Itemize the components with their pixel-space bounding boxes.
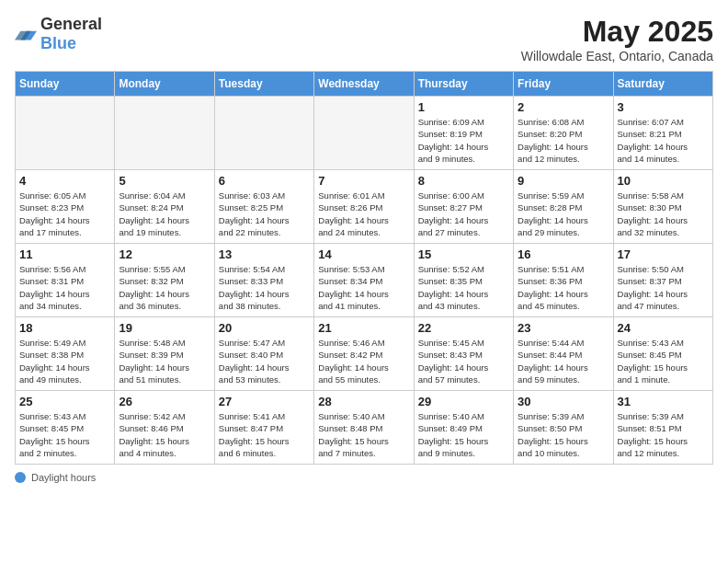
day-number: 4 bbox=[19, 174, 110, 188]
table-row: 23Sunrise: 5:44 AM Sunset: 8:44 PM Dayli… bbox=[514, 317, 613, 391]
table-row bbox=[314, 97, 414, 170]
table-row: 1Sunrise: 6:09 AM Sunset: 8:19 PM Daylig… bbox=[414, 97, 513, 170]
table-row: 28Sunrise: 5:40 AM Sunset: 8:48 PM Dayli… bbox=[314, 391, 414, 465]
page-header: General Blue May 2025 Willowdale East, O… bbox=[15, 15, 713, 63]
day-number: 14 bbox=[318, 247, 409, 261]
day-info: Sunrise: 5:40 AM Sunset: 8:48 PM Dayligh… bbox=[318, 410, 409, 459]
header-saturday: Saturday bbox=[613, 72, 712, 97]
day-number: 7 bbox=[318, 174, 409, 188]
day-info: Sunrise: 5:42 AM Sunset: 8:46 PM Dayligh… bbox=[119, 410, 210, 459]
logo-text: General Blue bbox=[40, 15, 102, 53]
day-info: Sunrise: 6:01 AM Sunset: 8:26 PM Dayligh… bbox=[318, 190, 409, 238]
day-info: Sunrise: 6:00 AM Sunset: 8:27 PM Dayligh… bbox=[418, 190, 509, 238]
day-info: Sunrise: 6:03 AM Sunset: 8:25 PM Dayligh… bbox=[219, 190, 310, 238]
day-info: Sunrise: 6:08 AM Sunset: 8:20 PM Dayligh… bbox=[518, 116, 609, 165]
table-row: 2Sunrise: 6:08 AM Sunset: 8:20 PM Daylig… bbox=[514, 97, 613, 170]
day-number: 1 bbox=[418, 100, 509, 114]
header-friday: Friday bbox=[514, 72, 613, 97]
calendar-week-row: 11Sunrise: 5:56 AM Sunset: 8:31 PM Dayli… bbox=[16, 244, 713, 317]
table-row: 7Sunrise: 6:01 AM Sunset: 8:26 PM Daylig… bbox=[314, 170, 414, 244]
day-number: 21 bbox=[318, 321, 409, 335]
day-info: Sunrise: 6:04 AM Sunset: 8:24 PM Dayligh… bbox=[119, 190, 210, 238]
day-number: 31 bbox=[618, 395, 709, 408]
calendar-week-row: 4Sunrise: 6:05 AM Sunset: 8:23 PM Daylig… bbox=[16, 170, 713, 244]
table-row: 30Sunrise: 5:39 AM Sunset: 8:50 PM Dayli… bbox=[514, 391, 613, 465]
table-row: 15Sunrise: 5:52 AM Sunset: 8:35 PM Dayli… bbox=[414, 244, 513, 317]
logo: General Blue bbox=[15, 15, 102, 53]
footer-note: Daylight hours bbox=[15, 472, 713, 483]
table-row: 25Sunrise: 5:43 AM Sunset: 8:45 PM Dayli… bbox=[16, 391, 115, 465]
day-number: 27 bbox=[219, 395, 310, 408]
table-row: 16Sunrise: 5:51 AM Sunset: 8:36 PM Dayli… bbox=[514, 244, 613, 317]
day-number: 9 bbox=[518, 174, 609, 188]
header-tuesday: Tuesday bbox=[214, 72, 313, 97]
table-row: 11Sunrise: 5:56 AM Sunset: 8:31 PM Dayli… bbox=[16, 244, 115, 317]
day-info: Sunrise: 5:48 AM Sunset: 8:39 PM Dayligh… bbox=[119, 337, 210, 385]
day-info: Sunrise: 5:50 AM Sunset: 8:37 PM Dayligh… bbox=[618, 263, 709, 312]
day-info: Sunrise: 5:39 AM Sunset: 8:50 PM Dayligh… bbox=[518, 410, 609, 459]
footer-dot-icon bbox=[15, 472, 26, 483]
day-info: Sunrise: 5:55 AM Sunset: 8:32 PM Dayligh… bbox=[119, 263, 210, 312]
title-block: May 2025 Willowdale East, Ontario, Canad… bbox=[521, 15, 713, 63]
logo-blue: Blue bbox=[40, 34, 76, 52]
day-info: Sunrise: 5:49 AM Sunset: 8:38 PM Dayligh… bbox=[19, 337, 110, 385]
table-row: 20Sunrise: 5:47 AM Sunset: 8:40 PM Dayli… bbox=[214, 317, 313, 391]
day-number: 22 bbox=[418, 321, 509, 335]
day-info: Sunrise: 5:45 AM Sunset: 8:43 PM Dayligh… bbox=[418, 337, 509, 385]
day-info: Sunrise: 6:05 AM Sunset: 8:23 PM Dayligh… bbox=[19, 190, 110, 238]
table-row: 31Sunrise: 5:39 AM Sunset: 8:51 PM Dayli… bbox=[613, 391, 712, 465]
day-number: 28 bbox=[318, 395, 409, 408]
calendar-week-row: 25Sunrise: 5:43 AM Sunset: 8:45 PM Dayli… bbox=[16, 391, 713, 465]
table-row: 3Sunrise: 6:07 AM Sunset: 8:21 PM Daylig… bbox=[613, 97, 712, 170]
table-row: 21Sunrise: 5:46 AM Sunset: 8:42 PM Dayli… bbox=[314, 317, 414, 391]
table-row: 6Sunrise: 6:03 AM Sunset: 8:25 PM Daylig… bbox=[214, 170, 313, 244]
calendar-week-row: 18Sunrise: 5:49 AM Sunset: 8:38 PM Dayli… bbox=[16, 317, 713, 391]
table-row: 29Sunrise: 5:40 AM Sunset: 8:49 PM Dayli… bbox=[414, 391, 513, 465]
day-number: 13 bbox=[219, 247, 310, 261]
day-info: Sunrise: 5:44 AM Sunset: 8:44 PM Dayligh… bbox=[518, 337, 609, 385]
table-row: 8Sunrise: 6:00 AM Sunset: 8:27 PM Daylig… bbox=[414, 170, 513, 244]
table-row: 5Sunrise: 6:04 AM Sunset: 8:24 PM Daylig… bbox=[115, 170, 214, 244]
header-sunday: Sunday bbox=[16, 72, 115, 97]
day-number: 25 bbox=[19, 395, 110, 408]
day-info: Sunrise: 5:40 AM Sunset: 8:49 PM Dayligh… bbox=[418, 410, 509, 459]
day-info: Sunrise: 5:46 AM Sunset: 8:42 PM Dayligh… bbox=[318, 337, 409, 385]
calendar-week-row: 1Sunrise: 6:09 AM Sunset: 8:19 PM Daylig… bbox=[16, 97, 713, 170]
day-number: 15 bbox=[418, 247, 509, 261]
table-row: 14Sunrise: 5:53 AM Sunset: 8:34 PM Dayli… bbox=[314, 244, 414, 317]
table-row: 4Sunrise: 6:05 AM Sunset: 8:23 PM Daylig… bbox=[16, 170, 115, 244]
day-number: 24 bbox=[618, 321, 709, 335]
day-number: 5 bbox=[119, 174, 210, 188]
day-info: Sunrise: 5:47 AM Sunset: 8:40 PM Dayligh… bbox=[219, 337, 310, 385]
day-info: Sunrise: 5:59 AM Sunset: 8:28 PM Dayligh… bbox=[518, 190, 609, 238]
header-wednesday: Wednesday bbox=[314, 72, 414, 97]
table-row bbox=[16, 97, 115, 170]
day-number: 20 bbox=[219, 321, 310, 335]
day-number: 17 bbox=[618, 247, 709, 261]
calendar-table: Sunday Monday Tuesday Wednesday Thursday… bbox=[15, 71, 713, 465]
location-title: Willowdale East, Ontario, Canada bbox=[521, 49, 713, 63]
table-row bbox=[214, 97, 313, 170]
day-number: 12 bbox=[119, 247, 210, 261]
day-info: Sunrise: 5:39 AM Sunset: 8:51 PM Dayligh… bbox=[618, 410, 709, 459]
day-info: Sunrise: 5:56 AM Sunset: 8:31 PM Dayligh… bbox=[19, 263, 110, 312]
table-row: 22Sunrise: 5:45 AM Sunset: 8:43 PM Dayli… bbox=[414, 317, 513, 391]
footer-label: Daylight hours bbox=[31, 472, 96, 483]
table-row: 19Sunrise: 5:48 AM Sunset: 8:39 PM Dayli… bbox=[115, 317, 214, 391]
day-info: Sunrise: 5:52 AM Sunset: 8:35 PM Dayligh… bbox=[418, 263, 509, 312]
table-row: 12Sunrise: 5:55 AM Sunset: 8:32 PM Dayli… bbox=[115, 244, 214, 317]
day-number: 29 bbox=[418, 395, 509, 408]
day-number: 2 bbox=[518, 100, 609, 114]
month-title: May 2025 bbox=[521, 15, 713, 49]
day-info: Sunrise: 6:09 AM Sunset: 8:19 PM Dayligh… bbox=[418, 116, 509, 165]
day-number: 23 bbox=[518, 321, 609, 335]
header-monday: Monday bbox=[115, 72, 214, 97]
day-info: Sunrise: 5:53 AM Sunset: 8:34 PM Dayligh… bbox=[318, 263, 409, 312]
day-number: 8 bbox=[418, 174, 509, 188]
day-info: Sunrise: 5:41 AM Sunset: 8:47 PM Dayligh… bbox=[219, 410, 310, 459]
day-number: 16 bbox=[518, 247, 609, 261]
day-number: 3 bbox=[618, 100, 709, 114]
header-thursday: Thursday bbox=[414, 72, 513, 97]
day-number: 6 bbox=[219, 174, 310, 188]
day-info: Sunrise: 5:54 AM Sunset: 8:33 PM Dayligh… bbox=[219, 263, 310, 312]
